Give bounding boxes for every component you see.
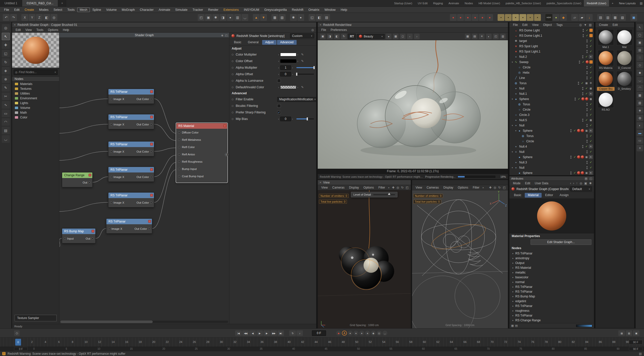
menu-character[interactable]: Character	[137, 8, 156, 12]
shader-graph-menu-tools[interactable]: Tools	[34, 27, 46, 32]
visibility-dots[interactable]	[586, 135, 588, 138]
value-field[interactable]: 0	[280, 117, 291, 121]
filter-icon[interactable]: ▼	[584, 23, 587, 27]
level-of-detail-popup[interactable]: Level of Detail	[351, 192, 397, 197]
enabled-check-icon[interactable]: ✓	[585, 118, 588, 122]
preview-range-icon[interactable]: ◇	[14, 330, 20, 336]
edges-mode-icon[interactable]: ◇	[637, 62, 643, 68]
object-row[interactable]: ◒RS Dome Light.1✓	[509, 33, 594, 38]
expand-icon[interactable]: ▸	[512, 309, 514, 312]
enabled-check-icon[interactable]: ✓	[585, 55, 588, 59]
attributes-menu-edit[interactable]: Edit	[523, 181, 533, 186]
viewport-right-maximize-icon[interactable]: ◰	[503, 186, 506, 189]
menu-volume[interactable]: Volume	[104, 8, 119, 12]
frame-tick-56[interactable]: 56	[393, 340, 401, 343]
frame-tick-80[interactable]: 80	[556, 340, 564, 343]
decrement-icon[interactable]: ‹	[277, 53, 280, 56]
orange-plugin-icon[interactable]: ◆	[560, 14, 567, 21]
object-row[interactable]: ◍Torus✓▦Φ	[509, 80, 594, 86]
range-tick-30[interactable]: 30	[225, 347, 232, 350]
frame-tick-14[interactable]: 14	[109, 340, 117, 343]
shader-node-item[interactable]: ▸roughness	[509, 308, 594, 313]
menu-render[interactable]: Render	[206, 8, 221, 12]
hb-palette-icon-4[interactable]: ▪	[519, 14, 526, 21]
frame-tick-8[interactable]: 8	[69, 340, 76, 343]
object-manager-menu-object[interactable]: Object	[541, 22, 554, 27]
visibility-dots[interactable]	[583, 29, 584, 32]
material-tag-icon[interactable]	[577, 171, 580, 174]
enabled-check-icon[interactable]: ✓	[589, 123, 593, 127]
timeline-ruler[interactable]: 90 F 02468101214161820222426283032343638…	[0, 337, 644, 347]
increment-icon[interactable]: ›	[291, 66, 294, 69]
color-picker-icon[interactable]: ✎	[301, 53, 304, 56]
goto-end-button[interactable]: ▶|	[277, 330, 284, 336]
port-dot[interactable]	[150, 176, 152, 178]
frame-tick-84[interactable]: 84	[583, 340, 591, 343]
collapse-icon[interactable]: ▾	[511, 151, 514, 153]
workplane-mode-icon[interactable]: ▤	[637, 47, 643, 53]
material-item[interactable]: Mat.1	[597, 29, 615, 49]
frame-tick-66[interactable]: 66	[461, 340, 469, 343]
hb-palette-icon-2[interactable]: ▪	[505, 14, 512, 21]
document-tab[interactable]: 010421_R&D_Col...	[22, 0, 58, 7]
port-dot[interactable]	[110, 98, 112, 100]
menu-redshift[interactable]: Redshift	[289, 8, 306, 12]
color-swatch[interactable]	[280, 53, 296, 56]
scale-tool-icon[interactable]: ◱	[2, 50, 10, 57]
frame-tick-82[interactable]: 82	[570, 340, 577, 343]
material-item[interactable]: RS AO	[597, 92, 615, 112]
object-row[interactable]: ▾+Null✓	[509, 165, 594, 170]
preview-quality-slider[interactable]	[576, 325, 592, 327]
expand-icon[interactable]: ▸	[512, 257, 514, 259]
clear-search-icon[interactable]: ×	[55, 71, 56, 74]
select-mode-icon[interactable]: ↖	[637, 24, 643, 31]
port-dot[interactable]	[89, 182, 91, 184]
increment-icon[interactable]: ›	[291, 73, 294, 76]
graph-node-bm[interactable]: RS Bump MapInputOut	[62, 228, 96, 243]
loop-icon[interactable]: ↻	[289, 330, 296, 336]
visibility-dots[interactable]	[586, 71, 588, 74]
back-icon[interactable]: ‹	[570, 182, 571, 185]
hb-palette-icon-1[interactable]: ▪	[498, 14, 504, 21]
viewport-left-menu-view[interactable]: View	[319, 185, 330, 190]
category-textures[interactable]: Textures	[12, 86, 59, 91]
shader-node-item[interactable]: ▸RS TriPlanar	[509, 284, 594, 289]
redshift-tag-icon[interactable]: R	[589, 55, 593, 59]
frame-tick-58[interactable]: 58	[407, 340, 415, 343]
render-settings-icon[interactable]: ✱	[212, 14, 219, 21]
attributes-tab-material[interactable]: Material	[525, 193, 542, 198]
hdr-icon[interactable]: HDR	[545, 14, 552, 21]
shader-node-item[interactable]: ▸normal	[509, 280, 594, 284]
tab-adjust[interactable]: Adjust	[262, 40, 276, 45]
prev-snapshot-icon[interactable]: ‹	[407, 34, 413, 39]
viewport-left-maximize-icon[interactable]: ◰	[406, 186, 409, 189]
goto-start-button[interactable]: |◀	[235, 330, 242, 336]
add-layout-button[interactable]: +	[609, 0, 616, 7]
list-mode-icon[interactable]: ▤	[589, 23, 592, 27]
picture-viewer-icon[interactable]: ▣	[205, 14, 212, 21]
menu-file[interactable]: File	[2, 8, 12, 12]
texture-mode-icon[interactable]: ▣	[637, 39, 643, 46]
tab-basic[interactable]: Basic	[231, 40, 244, 45]
graph-node-t1[interactable]: RS TriPlanarImage XOut Color	[108, 89, 154, 104]
frame-tick-30[interactable]: 30	[218, 340, 225, 343]
redshift-tag-icon[interactable]: R	[589, 171, 593, 175]
close-icon[interactable]: ×	[319, 23, 321, 27]
node-preview-chip[interactable]	[150, 194, 153, 197]
pattern-icon[interactable]: ▧	[637, 100, 643, 106]
visibility-dots[interactable]	[583, 34, 584, 37]
graph-node-mat[interactable]: RS MaterialDiffuse ColorRefl MetalnessRe…	[176, 123, 227, 183]
compositing-tag-icon[interactable]	[589, 29, 593, 32]
viewport-left-menu-cameras[interactable]: Cameras	[330, 185, 347, 190]
uvw-tag-icon[interactable]: ▦	[585, 171, 588, 175]
range-tick-10[interactable]: 10	[95, 347, 103, 350]
enabled-check-icon[interactable]: ✓	[585, 34, 589, 37]
viewport-left-menu-options[interactable]: Options	[361, 185, 376, 190]
frame-tick-18[interactable]: 18	[136, 340, 144, 343]
expand-icon[interactable]: ▸	[512, 286, 514, 288]
coord-system-icon[interactable]: ◎	[51, 14, 57, 21]
down-arrow-icon[interactable]: ▼	[260, 14, 267, 21]
collapse-icon[interactable]: ▾	[511, 98, 514, 100]
circle-icon[interactable]: ◍	[637, 115, 643, 121]
monitor-icon[interactable]: ▤	[638, 2, 644, 5]
